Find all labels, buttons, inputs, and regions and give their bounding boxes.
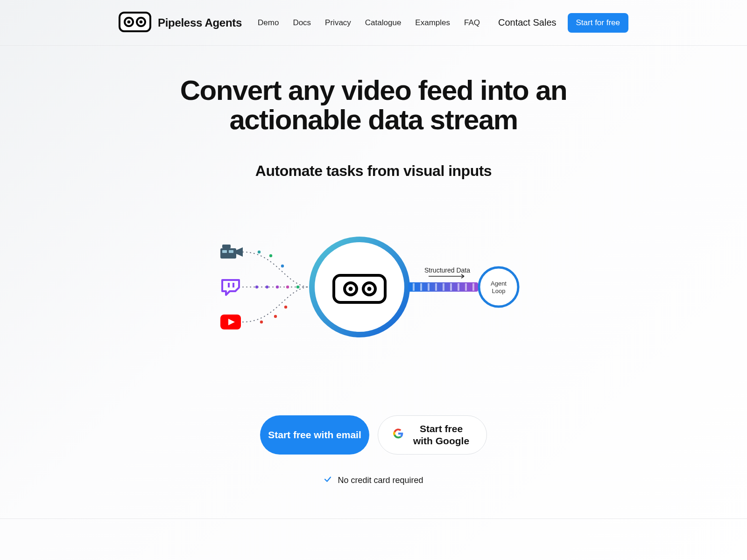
svg-point-8: [255, 286, 258, 288]
svg-point-7: [281, 265, 284, 267]
header-actions: Contact Sales Start for free: [498, 13, 628, 33]
hero: Convert any video feed into an actionabl…: [0, 46, 747, 486]
primary-nav: Demo Docs Privacy Catalogue Examples FAQ: [258, 18, 480, 28]
start-free-google-label: Start free with Google: [411, 423, 472, 448]
svg-rect-39: [465, 283, 467, 291]
no-credit-card-text: No credit card required: [338, 476, 423, 485]
svg-point-27: [349, 287, 353, 291]
svg-rect-25: [334, 275, 385, 302]
hero-subtitle: Automate tasks from visual inputs: [0, 162, 747, 180]
svg-point-29: [367, 287, 372, 291]
svg-rect-21: [233, 283, 234, 287]
no-credit-card-note: No credit card required: [0, 475, 747, 486]
twitch-icon: [222, 280, 239, 295]
svg-rect-38: [458, 283, 459, 291]
brand-logo-icon: [119, 12, 151, 34]
svg-point-14: [274, 315, 277, 318]
brand-name: Pipeless Agents: [158, 16, 242, 29]
section-divider: 3 simple steps: [0, 518, 747, 560]
google-logo-icon: [393, 428, 403, 441]
svg-rect-20: [228, 283, 230, 287]
svg-rect-36: [443, 283, 444, 291]
structured-data-label: Structured Data: [424, 266, 470, 274]
brand[interactable]: Pipeless Agents: [119, 12, 242, 34]
svg-point-12: [296, 286, 299, 288]
svg-point-41: [479, 267, 518, 307]
svg-point-11: [286, 286, 289, 288]
start-free-email-label: Start free with email: [268, 429, 361, 441]
nav-link-privacy[interactable]: Privacy: [325, 18, 351, 28]
start-free-header-button[interactable]: Start for free: [568, 13, 628, 33]
svg-rect-32: [413, 283, 415, 291]
hero-title: Convert any video feed into an actionabl…: [163, 76, 584, 134]
camcorder-icon: [220, 245, 243, 259]
svg-point-4: [140, 20, 143, 23]
agent-loop-label-line1: Agent: [491, 280, 507, 287]
svg-point-2: [127, 20, 131, 23]
svg-rect-17: [222, 250, 227, 253]
start-free-google-button[interactable]: Start free with Google: [378, 415, 487, 455]
svg-rect-37: [450, 283, 452, 291]
start-free-email-button[interactable]: Start free with email: [260, 415, 369, 455]
site-header: Pipeless Agents Demo Docs Privacy Catalo…: [0, 0, 747, 46]
svg-rect-33: [420, 283, 422, 291]
svg-point-9: [266, 286, 268, 288]
svg-rect-34: [428, 283, 430, 291]
check-icon: [324, 475, 332, 486]
svg-rect-19: [222, 245, 231, 248]
svg-point-13: [260, 321, 263, 323]
nav-link-docs[interactable]: Docs: [293, 18, 311, 28]
svg-point-5: [258, 251, 261, 253]
svg-rect-18: [229, 250, 233, 253]
svg-point-15: [284, 306, 287, 308]
svg-point-10: [276, 286, 279, 288]
nav-link-faq[interactable]: FAQ: [464, 18, 480, 28]
youtube-icon: [220, 315, 241, 329]
svg-rect-40: [472, 283, 474, 291]
svg-rect-16: [220, 248, 236, 259]
nav-link-examples[interactable]: Examples: [415, 18, 450, 28]
hero-diagram: Structured Data Agent Loop: [215, 233, 532, 341]
nav-link-catalogue[interactable]: Catalogue: [365, 18, 402, 28]
hero-cta-row: Start free with email Start free with Go…: [0, 415, 747, 455]
svg-rect-35: [435, 283, 437, 291]
agent-loop-label-line2: Loop: [492, 287, 506, 294]
svg-point-6: [269, 254, 272, 257]
nav-link-demo[interactable]: Demo: [258, 18, 279, 28]
contact-sales-link[interactable]: Contact Sales: [498, 17, 557, 28]
